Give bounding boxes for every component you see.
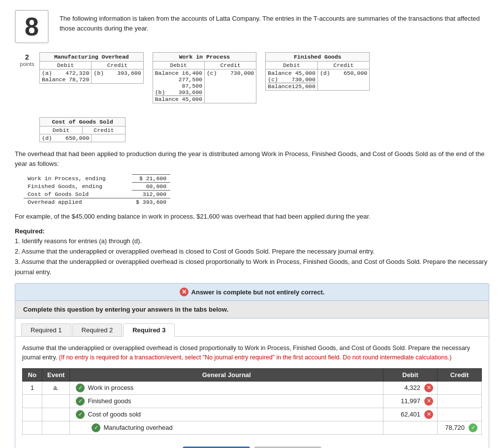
cogs-body: (d)650,000 [40, 134, 125, 142]
journal-row-1: 1 a. ✓ Work in process 4,322 ✕ [23, 381, 482, 394]
tab-required3[interactable]: Required 3 [123, 323, 175, 337]
example-text: For example, of the $45,000 ending balan… [15, 212, 489, 222]
col-credit: Credit [438, 368, 482, 381]
fg-credit-col: (d)650,000 [318, 69, 369, 90]
tab3-content: Assume that the underapplied or overappl… [15, 337, 489, 440]
row2-debit-val: 11,997 [401, 397, 420, 405]
tab-required1[interactable]: Required 1 [21, 323, 71, 336]
tab3-red-note: (If no entry is required for a transacti… [59, 354, 451, 361]
overhead-distribution-table: Work in Process, ending $ 21,600 Finishe… [24, 174, 489, 206]
wip-body: Balance16,400 277,500 87,500 (b)393,600 … [153, 69, 256, 103]
journal-header-row: No Event General Journal Debit Credit [23, 368, 482, 381]
required-item-3: 3. Assume that the underapplied or overa… [15, 257, 489, 278]
row4-gj-check: ✓ [92, 423, 100, 432]
error-icon: ✕ [180, 288, 189, 296]
row2-gj-check: ✓ [76, 397, 85, 406]
row2-event [42, 394, 70, 408]
complete-question-bar: Complete this question by entering your … [15, 301, 489, 319]
mfg-credit-header: Credit [92, 62, 143, 69]
row4-gj: ✓ Manufacturing overhead [70, 421, 383, 434]
overhead-total-val: $ 393,600 [132, 198, 170, 206]
points-value: 2 [25, 53, 29, 61]
overhead-row-3: Cost of Goods Sold 312,000 [24, 191, 170, 198]
overhead-distribution-label: The overhead that had been applied to pr… [15, 149, 489, 168]
row3-credit [438, 408, 482, 421]
tabs-bar: Required 1 Required 2 Required 3 [15, 319, 489, 337]
required-title: Required: [15, 226, 489, 237]
row1-credit [438, 381, 482, 394]
mfg-overhead-body: (a)472,320 Balance78,720 (b)393,600 [40, 69, 143, 83]
wip-debit-col: Balance16,400 277,500 87,500 (b)393,600 … [153, 69, 205, 103]
journal-row-3: ✓ Cost of goods sold 62,401 ✕ [23, 408, 482, 421]
mfg-overhead-headers: Debit Credit [40, 62, 143, 69]
finished-goods-title: Finished Goods [266, 53, 369, 62]
row4-debit [383, 421, 438, 434]
row1-gj-check: ✓ [76, 384, 85, 392]
overhead-item-2-val: 60,000 [132, 183, 170, 191]
tab3-description: Assume that the underapplied or overappl… [22, 344, 482, 362]
wip-credit-header: Credit [205, 62, 256, 69]
row2-credit [438, 394, 482, 408]
row2-gj-text: Finished goods [88, 397, 131, 405]
question-text-content: The following information is taken from … [60, 15, 480, 32]
overhead-table-inner: Work in Process, ending $ 21,600 Finishe… [24, 174, 170, 206]
mfg-debit-header: Debit [40, 62, 92, 69]
answer-header: ✕ Answer is complete but not entirely co… [15, 284, 489, 301]
answer-box: ✕ Answer is complete but not entirely co… [15, 283, 489, 448]
mfg-overhead-title: Manufacturing Overhead [40, 53, 143, 62]
row3-gj-check: ✓ [76, 410, 85, 419]
row2-gj: ✓ Finished goods [70, 394, 383, 408]
finished-goods-headers: Debit Credit [266, 62, 369, 69]
row3-debit-icon: ✕ [424, 410, 433, 419]
row2-no [23, 394, 42, 408]
row3-event [42, 408, 70, 421]
journal-table: No Event General Journal Debit Credit 1 … [22, 368, 482, 435]
row3-gj-text: Cost of goods sold [88, 411, 141, 418]
fg-debit-col: Balance45,000 (c)730,000 Balance125,000 [266, 69, 318, 90]
row3-no [23, 408, 42, 421]
page-container: 8 The following information is taken fro… [0, 0, 504, 448]
overhead-item-1-val: $ 21,600 [132, 175, 170, 183]
col-event: Event [42, 368, 70, 381]
wip-title: Work in Process [153, 53, 256, 62]
row1-no: 1 [23, 381, 42, 394]
wip-debit-header: Debit [153, 62, 205, 69]
journal-table-body: 1 a. ✓ Work in process 4,322 ✕ [23, 381, 482, 434]
required-item-1: 1. Identify reasons for entries (a) thro… [15, 236, 489, 247]
overhead-item-3-val: 312,000 [132, 191, 170, 198]
row4-gj-text: Manufacturing overhead [103, 424, 172, 431]
overhead-item-3-label: Cost of Goods Sold [24, 191, 132, 198]
required-section: Required: 1. Identify reasons for entrie… [15, 226, 489, 278]
nav-buttons: < Required 2 Required 3 > [15, 440, 489, 448]
tab-required2[interactable]: Required 2 [72, 323, 123, 336]
overhead-row-2: Finished Goods, ending 60,000 [24, 183, 170, 191]
mfg-debit-col: (a)472,320 Balance78,720 [40, 69, 92, 83]
row2-debit: 11,997 ✕ [383, 394, 438, 408]
cogs-title: Cost of Goods Sold [40, 118, 125, 127]
overhead-row-total: Overhead applied $ 393,600 [24, 198, 170, 206]
question-text: The following information is taken from … [60, 10, 489, 33]
answer-complete-text: Answer is complete but not entirely corr… [191, 288, 325, 296]
row1-gj: ✓ Work in process [70, 381, 383, 394]
points-label: points [20, 61, 34, 67]
row4-event [42, 421, 70, 434]
wip-credit-col: (c)730,000 [205, 69, 256, 103]
overhead-row-1: Work in Process, ending $ 21,600 [24, 175, 170, 183]
row3-debit-val: 62,401 [401, 411, 420, 418]
cogs-account: Cost of Goods Sold Debit Credit (d)650,0… [39, 117, 126, 142]
wip-account: Work in Process Debit Credit Balance16,4… [153, 52, 257, 103]
question-header: 8 The following information is taken fro… [15, 10, 489, 43]
fg-body: Balance45,000 (c)730,000 Balance125,000 … [266, 69, 369, 90]
finished-goods-account: Finished Goods Debit Credit Balance45,00… [265, 52, 370, 91]
cogs-headers: Debit Credit [40, 127, 125, 134]
cogs-credit-header: Credit [83, 127, 125, 134]
row4-no [23, 421, 42, 434]
col-debit: Debit [383, 368, 438, 381]
cogs-debit-header: Debit [40, 127, 83, 134]
row1-debit-icon: ✕ [424, 384, 433, 392]
col-no: No [23, 368, 42, 381]
t-accounts-section: Manufacturing Overhead Debit Credit (a)4… [39, 52, 370, 103]
row3-gj: ✓ Cost of goods sold [70, 408, 383, 421]
overhead-total-label: Overhead applied [24, 198, 132, 206]
journal-row-4: ✓ Manufacturing overhead 78,720 ✓ [23, 421, 482, 434]
